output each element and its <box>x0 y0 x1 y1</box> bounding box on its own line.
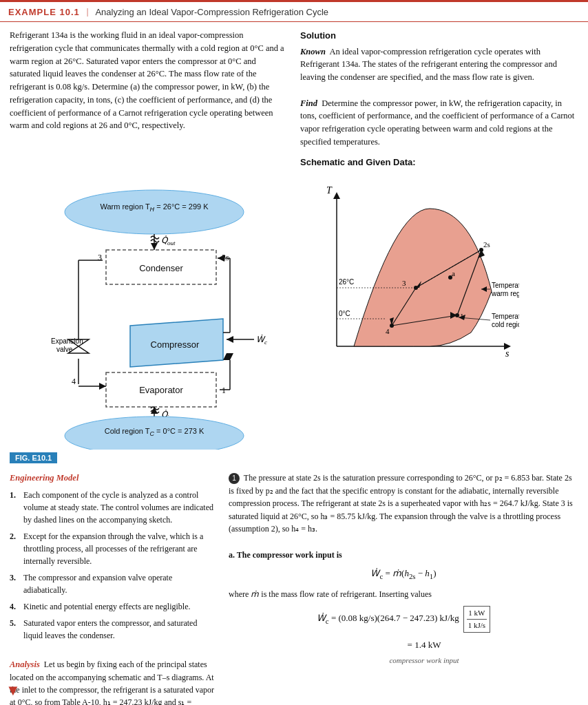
svg-marker-17 <box>227 336 233 343</box>
list-item: 4. Kinetic and potential energy effects … <box>10 600 216 613</box>
bottom-arrow-indicator: ▼ <box>6 682 21 699</box>
part-a-label: a. The compressor work input is <box>229 549 578 562</box>
list-item: 2. Except for the expansion through the … <box>10 530 216 567</box>
svg-text:26°C: 26°C <box>339 278 354 286</box>
svg-marker-42 <box>333 192 340 199</box>
svg-marker-26 <box>99 383 106 390</box>
page-title: Analyzing an Ideal Vapor-Compression Ref… <box>95 7 328 17</box>
solution-label: Solution <box>300 29 578 43</box>
svg-text:Condenser: Condenser <box>139 263 183 273</box>
bottom-right: 1 The pressure at state 2s is the satura… <box>229 472 578 705</box>
intro-left: Refrigerant 134a is the working fluid in… <box>10 29 288 171</box>
svg-text:Q̇out: Q̇out <box>161 235 176 246</box>
svg-text:2s: 2s <box>483 240 490 249</box>
frac-top: 1 kW <box>467 607 486 620</box>
equation-values: Ẇc = (0.08 kg/s)(264.7 − 247.23) kJ/kg 1… <box>229 606 578 633</box>
example-label: EXAMPLE 10.1 <box>8 7 80 17</box>
result-line: = 1.4 kW <box>270 638 578 652</box>
known-content: An ideal vapor-compression refrigeration… <box>300 47 557 83</box>
analysis-label: Analysis <box>10 660 40 669</box>
analysis-content: Let us begin by fixing each of the princ… <box>10 660 214 705</box>
bottom-left: Engineering Model 1. Each component of t… <box>10 472 216 705</box>
svg-text:valve: valve <box>56 346 73 353</box>
header-divider: | <box>87 6 89 17</box>
ts-diagram: T s 2s 3 a 1 <box>306 181 578 381</box>
p2-text: 1 The pressure at state 2s is the satura… <box>229 472 578 536</box>
eng-model-label: Engineering Model <box>10 472 216 485</box>
diagram-area: Warm region TH = 26°C = 299 K Q̇out Cond… <box>10 181 578 463</box>
p2-content: The pressure at state 2s is the saturati… <box>229 473 573 534</box>
svg-marker-22 <box>218 255 224 262</box>
eng-model-list: 1. Each component of the cycle is analyz… <box>10 489 216 642</box>
svg-text:s: s <box>505 348 510 359</box>
wc-equation: Ẇc = ṁ(h2s − h1) <box>370 568 436 578</box>
bottom-section: Engineering Model 1. Each component of t… <box>10 472 578 705</box>
svg-text:Compressor: Compressor <box>151 339 200 350</box>
svg-text:3: 3 <box>402 279 406 287</box>
cycle-svg: Warm region TH = 26°C = 299 K Q̇out Cond… <box>10 181 299 450</box>
svg-text:cold region: cold region <box>492 321 519 328</box>
main-content: Refrigerant 134a is the working fluid in… <box>0 22 588 705</box>
svg-text:a: a <box>452 269 455 277</box>
find-label: Find <box>300 98 317 108</box>
list-item-1-text: Each component of the cycle is analyzed … <box>23 489 216 526</box>
ts-svg: T s 2s 3 a 1 <box>306 181 519 381</box>
equation-wc: Ẇc = ṁ(h2s − h1) <box>229 567 578 582</box>
svg-text:0°C: 0°C <box>339 310 350 317</box>
wc-values: Ẇc = (0.08 kg/s)(264.7 − 247.23) kJ/kg <box>317 611 459 627</box>
intro-right: Solution Known An ideal vapor-compressio… <box>300 29 578 171</box>
svg-text:warm region: warm region <box>491 290 519 297</box>
svg-text:1: 1 <box>222 386 226 395</box>
intro-left-text: Refrigerant 134a is the working fluid in… <box>10 29 288 132</box>
known-text: Known An ideal vapor-compression refrige… <box>300 45 578 84</box>
svg-text:Temperature of: Temperature of <box>492 313 519 320</box>
where-text: where ṁ is the mass flow rate of refrige… <box>229 588 578 601</box>
circle-num-1: 1 <box>229 473 240 484</box>
svg-text:Temperature of: Temperature of <box>492 282 519 289</box>
intro-section: Refrigerant 134a is the working fluid in… <box>10 29 578 171</box>
where-content: where ṁ is the mass flow rate of refrige… <box>229 589 432 599</box>
schematic-label: Schematic and Given Data: <box>300 156 578 169</box>
list-item: 3. The compressor and expansion valve op… <box>10 571 216 596</box>
known-label: Known <box>300 47 326 56</box>
list-item: 1. Each component of the cycle is analyz… <box>10 489 216 526</box>
svg-text:4: 4 <box>72 377 76 386</box>
frac-bot: 1 kJ/s <box>467 620 487 631</box>
list-item: 5. Saturated vapor enters the compressor… <box>10 617 216 642</box>
compressor-work-label: compressor work input <box>270 655 578 666</box>
part-a-text: a. The compressor work input is <box>229 550 342 560</box>
svg-text:3: 3 <box>98 253 102 262</box>
list-item-5-text: Saturated vapor enters the compressor, a… <box>23 617 216 642</box>
unit-fraction: 1 kW 1 kJ/s <box>463 606 490 633</box>
svg-marker-3 <box>151 243 158 250</box>
result-text: = 1.4 kW <box>408 640 441 650</box>
svg-text:Ẇc: Ẇc <box>256 335 267 346</box>
find-text: Find Determine the compressor power, in … <box>300 97 578 149</box>
svg-text:Evaporator: Evaporator <box>139 385 183 395</box>
svg-text:Expansion: Expansion <box>51 337 83 345</box>
list-item-4-text: Kinetic and potential energy effects are… <box>23 600 190 613</box>
cycle-diagram: Warm region TH = 26°C = 299 K Q̇out Cond… <box>10 181 299 463</box>
svg-text:T: T <box>326 185 333 196</box>
list-item-2-text: Except for the expansion through the val… <box>23 530 216 567</box>
svg-marker-32 <box>223 353 233 360</box>
page-header: EXAMPLE 10.1 | Analyzing an Ideal Vapor-… <box>0 0 588 22</box>
svg-text:4: 4 <box>386 327 390 335</box>
find-content: Determine the compressor power, in kW, t… <box>300 98 574 147</box>
analysis-text: Analysis Let us begin by fixing each of … <box>10 658 216 705</box>
list-item-3-text: The compressor and expansion valve opera… <box>23 571 216 596</box>
fig-label: FIG. E10.1 <box>10 450 299 463</box>
